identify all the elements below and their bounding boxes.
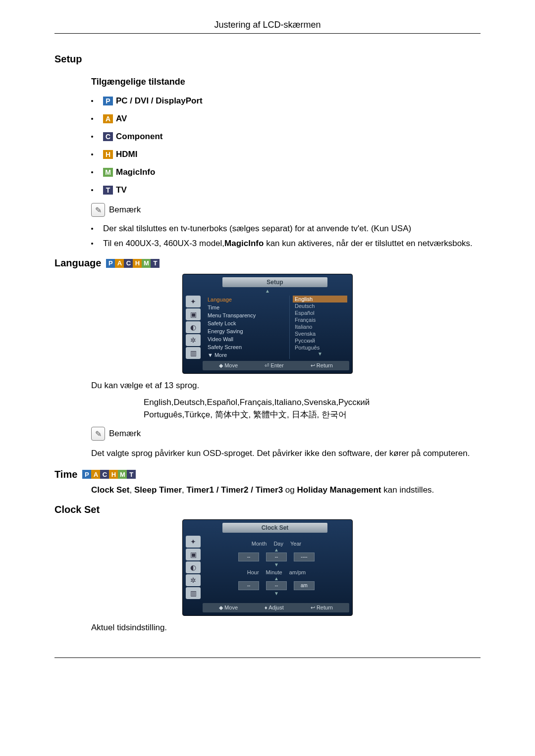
note-row: ✎ Bemærk bbox=[91, 427, 481, 441]
language-note: Det valgte sprog påvirker kun OSD-sproge… bbox=[91, 448, 481, 460]
note-label: Bemærk bbox=[109, 205, 141, 215]
note-text-1: Der skal tilsluttes en tv-tunerboks (sæl… bbox=[103, 224, 411, 234]
osd-title: Setup bbox=[222, 277, 327, 287]
note-row: ✎ Bemærk bbox=[91, 203, 481, 217]
badge-c-icon: C bbox=[100, 470, 109, 479]
mode-item-av: A AV bbox=[91, 114, 481, 124]
mode-badge-a-icon: A bbox=[103, 114, 113, 123]
osd-menu-item: Video Wall bbox=[208, 335, 289, 343]
mode-label: HDMI bbox=[116, 150, 137, 159]
note-text-2b: MagicInfo bbox=[224, 239, 264, 248]
time-text-e: Timer1 / Timer2 / Timer3 bbox=[186, 485, 283, 495]
mode-badge-p-icon: P bbox=[103, 97, 113, 105]
badge-t-icon: T bbox=[151, 259, 160, 268]
badge-a-icon: A bbox=[115, 259, 124, 268]
bullet bbox=[91, 228, 93, 230]
note-text-2c: kan kun aktiveres, når der er tilsluttet… bbox=[264, 239, 472, 248]
language-heading-row: Language P A C H M T bbox=[54, 257, 481, 269]
osd-icon: ✦ bbox=[186, 536, 201, 548]
clock-label-minute: Minute bbox=[266, 569, 282, 575]
time-text-c: Sleep Timer bbox=[134, 485, 182, 495]
clock-field-hour: -- bbox=[238, 581, 259, 590]
osd-footer-return: ↩ Return bbox=[311, 362, 333, 369]
badge-h-icon: H bbox=[133, 259, 142, 268]
badge-m-icon: M bbox=[142, 259, 151, 268]
osd-menu-item: ▼ More bbox=[208, 351, 289, 359]
mode-badge-m-icon: M bbox=[103, 168, 113, 177]
osd-menu-item: Energy Saving bbox=[208, 327, 289, 335]
osd-footer-enter: ⏎ Enter bbox=[265, 362, 283, 369]
badge-c-icon: C bbox=[124, 259, 133, 268]
mode-item-magicinfo: M MagicInfo bbox=[91, 167, 481, 177]
mode-label: TV bbox=[116, 185, 127, 195]
osd-footer-move: ◆ Move bbox=[219, 362, 238, 369]
note-text-2: Til en 400UX-3, 460UX-3 model,MagicInfo … bbox=[103, 239, 473, 249]
osd-lang-item: Italiano bbox=[293, 323, 347, 330]
time-text-b: , bbox=[129, 485, 134, 495]
osd-icon: ✦ bbox=[186, 296, 201, 307]
clock-label-hour: Hour bbox=[247, 569, 259, 575]
language-list: English,Deutsch,Español,Français,Italian… bbox=[144, 397, 431, 421]
note-pencil-icon: ✎ bbox=[91, 203, 105, 217]
osd-language-list: English Deutsch Español Français Italian… bbox=[289, 296, 347, 359]
badge-t-icon: T bbox=[127, 470, 136, 479]
mode-item-pc: P PC / DVI / DisplayPort bbox=[91, 96, 481, 106]
osd-menu: Language Time Menu Transparency Safety L… bbox=[206, 296, 289, 359]
osd-lang-item: Svenska bbox=[293, 330, 347, 337]
note-label: Bemærk bbox=[109, 429, 141, 439]
mode-item-tv: T TV bbox=[91, 185, 481, 195]
clock-field-minute: -- bbox=[266, 581, 287, 590]
osd-icon: ✲ bbox=[186, 334, 201, 346]
clock-field-year: ---- bbox=[294, 553, 315, 561]
osd-icon: ▥ bbox=[186, 347, 201, 359]
osd-menu-item: Language bbox=[208, 296, 289, 303]
time-heading: Time bbox=[54, 469, 77, 480]
osd-menu-item: Menu Transparency bbox=[208, 311, 289, 319]
badge-h-icon: H bbox=[109, 470, 118, 479]
mode-badge-strip: P A C H M T bbox=[82, 470, 136, 479]
clock-set-heading: Clock Set bbox=[54, 504, 476, 515]
osd-icon: ✲ bbox=[186, 574, 201, 586]
bullet bbox=[91, 118, 93, 120]
note-bullet-1: Der skal tilsluttes en tv-tunerboks (sæl… bbox=[91, 224, 481, 234]
note-pencil-icon: ✎ bbox=[91, 427, 105, 441]
osd-lang-item: Português bbox=[293, 344, 347, 351]
osd-icon: ◐ bbox=[186, 561, 201, 573]
bullet bbox=[91, 171, 93, 173]
osd-lang-item: Español bbox=[293, 309, 347, 316]
mode-label: Component bbox=[116, 132, 162, 142]
bottom-rule bbox=[54, 657, 481, 658]
modes-heading: Tilgængelige tilstande bbox=[91, 77, 481, 87]
osd-footer-move: ◆ Move bbox=[219, 605, 238, 611]
osd-menu-item: Safety Screen bbox=[208, 343, 289, 351]
time-text-a: Clock Set bbox=[91, 485, 129, 495]
osd-icon: ▣ bbox=[186, 549, 201, 560]
mode-badge-h-icon: H bbox=[103, 150, 113, 159]
mode-badge-t-icon: T bbox=[103, 186, 113, 195]
osd-lang-item: English bbox=[293, 296, 347, 302]
clock-label-month: Month bbox=[252, 541, 267, 547]
osd-lang-item: Français bbox=[293, 316, 347, 323]
osd-menu-item: Time bbox=[208, 303, 289, 311]
badge-a-icon: A bbox=[91, 470, 100, 479]
badge-m-icon: M bbox=[118, 470, 127, 479]
bullet bbox=[91, 153, 93, 155]
osd-icon: ▣ bbox=[186, 308, 201, 320]
osd-footer-return: ↩ Return bbox=[311, 605, 333, 611]
clock-label-day: Day bbox=[273, 541, 283, 547]
osd-footer: ◆ Move ♦ Adjust ↩ Return bbox=[203, 603, 349, 612]
osd-clock-body: Month Day Year ▲ -- -- ---- ▼ Hour Minut… bbox=[206, 536, 347, 601]
modes-list: P PC / DVI / DisplayPort A AV C Componen… bbox=[91, 96, 481, 195]
mode-label: MagicInfo bbox=[116, 167, 155, 177]
language-intro: Du kan vælge et af 13 sprog. bbox=[91, 381, 481, 391]
bullet bbox=[91, 100, 93, 102]
bullet bbox=[91, 136, 93, 138]
clock-field-month: -- bbox=[238, 553, 259, 561]
osd-title: Clock Set bbox=[222, 523, 327, 533]
mode-label: PC / DVI / DisplayPort bbox=[116, 96, 203, 106]
osd-footer-adjust: ♦ Adjust bbox=[265, 605, 284, 611]
osd-icon: ◐ bbox=[186, 321, 201, 333]
badge-p-icon: P bbox=[82, 470, 91, 479]
osd-sidebar-icons: ✦ ▣ ◐ ✲ ▥ bbox=[186, 536, 206, 601]
osd-icon: ▥ bbox=[186, 587, 201, 599]
